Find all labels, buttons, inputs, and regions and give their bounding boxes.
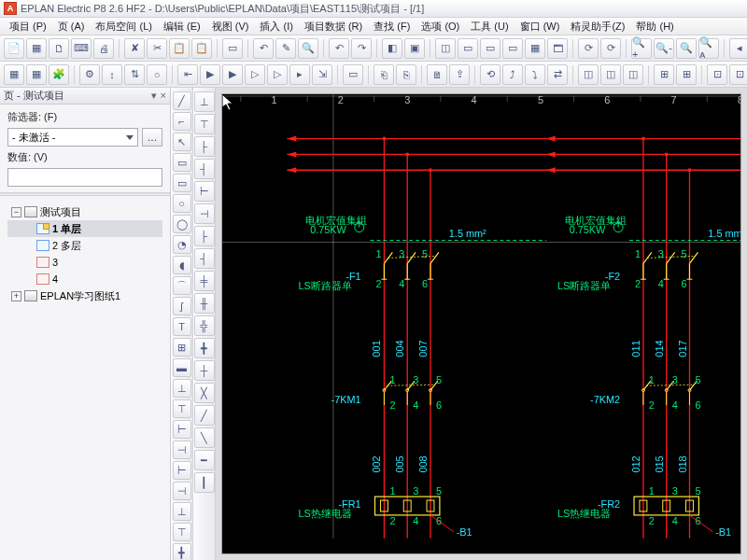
draw-tool-button[interactable]: ◖ [173,256,191,274]
expand-icon[interactable]: + [11,291,21,301]
toolbar-button[interactable]: 🖨 [93,38,114,59]
symbol-tool-button[interactable]: ╬ [194,315,215,336]
toolbar-button[interactable]: 🧩 [49,64,69,85]
toolbar-button[interactable]: ▭ [222,38,243,59]
toolbar-button[interactable]: ▶ [200,64,220,85]
toolbar-button[interactable]: ▸ [289,64,310,85]
toolbar-button[interactable]: ▷ [267,64,288,85]
draw-tool-button[interactable]: ▬ [173,358,191,377]
toolbar-button[interactable]: 🗋 [49,38,69,59]
toolbar-button[interactable]: ◫ [435,38,456,59]
toolbar-button[interactable]: ▷ [245,64,265,85]
toolbar-button[interactable]: ✘ [124,38,145,59]
panel-pin-icon[interactable]: ▾ [151,90,157,102]
draw-tool-button[interactable]: ⊤ [173,399,191,418]
toolbar-button[interactable]: ○ [147,64,167,85]
draw-tool-button[interactable]: ∫ [173,297,191,315]
menu-layout[interactable]: 布局空间 (L) [90,18,158,35]
draw-tool-button[interactable]: ⊥ [173,379,191,398]
filter-browse-button[interactable]: … [142,128,162,147]
toolbar-button[interactable]: ⎘ [396,64,416,85]
toolbar-button[interactable]: ↶ [253,38,274,59]
toolbar-button[interactable]: ⌨ [71,38,92,59]
toolbar-button[interactable]: ◫ [623,64,643,85]
menu-insert[interactable]: 插入 (I) [254,18,298,35]
toolbar-button[interactable]: ⊡ [707,64,727,85]
draw-tool-button[interactable]: T [173,317,191,336]
toolbar-button[interactable]: ⟳ [578,38,599,59]
toolbar-button[interactable]: ⤵ [525,64,545,85]
menu-projdata[interactable]: 项目数据 (R) [299,18,368,35]
tree-page-row[interactable]: 1 单层 [7,220,162,237]
draw-tool-button[interactable]: ⊤ [173,523,191,541]
menu-view[interactable]: 视图 (V) [206,18,255,35]
toolbar-button[interactable]: ▣ [404,38,425,59]
tree-page-row[interactable]: 3 [7,254,162,271]
symbol-tool-button[interactable]: ╋ [194,338,215,358]
toolbar-button[interactable]: 📋 [169,38,190,59]
toolbar-button[interactable]: ⎗ [374,64,394,85]
collapse-icon[interactable]: − [11,207,21,217]
toolbar-button[interactable]: ▭ [458,38,478,59]
menu-project[interactable]: 项目 (P) [4,18,52,35]
symbol-tool-button[interactable]: ├ [194,136,215,157]
value-input[interactable] [7,168,162,187]
draw-tool-button[interactable]: ⊥ [173,502,191,521]
toolbar-button[interactable]: ⇅ [124,64,145,85]
page-tree[interactable]: − 测试项目 1 单层 2 多层 3 [7,202,162,306]
menu-window[interactable]: 窗口 (W) [514,18,566,35]
toolbar-button[interactable]: 🔍+ [631,38,652,59]
toolbar-button[interactable]: ⊞ [676,64,697,85]
draw-tool-button[interactable]: ⊣ [173,482,191,500]
symbol-tool-button[interactable]: ⊣ [194,203,215,224]
toolbar-button[interactable]: 🔍 [676,38,697,59]
menu-page[interactable]: 页 (A) [52,18,91,35]
toolbar-button[interactable]: ▦ [525,38,545,59]
draw-tool-button[interactable]: ⊞ [173,338,191,357]
symbol-tool-button[interactable]: ━ [194,450,215,470]
draw-tool-button[interactable]: ◯ [173,215,191,233]
tree-page-row[interactable]: 2 多层 [7,237,162,254]
draw-tool-button[interactable]: ╱ [173,91,191,110]
toolbar-button[interactable]: ↶ [329,38,349,59]
toolbar-button[interactable]: ◧ [382,38,402,59]
draw-tool-button[interactable]: ◔ [173,235,191,254]
draw-tool-button[interactable]: ╋ [173,543,191,560]
toolbar-button[interactable]: ▦ [26,38,47,59]
toolbar-button[interactable]: 🔍ᴀ [698,38,719,59]
draw-tool-button[interactable]: ⊢ [173,461,191,480]
toolbar-button[interactable]: 📄 [4,38,24,59]
draw-tool-button[interactable]: ⊣ [173,441,191,459]
toolbar-button[interactable]: ⟳ [600,38,621,59]
draw-tool-button[interactable]: ⊢ [173,420,191,439]
draw-tool-button[interactable]: ▭ [173,174,191,192]
toolbar-button[interactable]: ⊞ [654,64,674,85]
toolbar-button[interactable]: ◫ [600,64,621,85]
menu-help[interactable]: 帮助 (H) [630,18,679,35]
toolbar-button[interactable]: ▭ [480,38,500,59]
toolbar-button[interactable]: ⤴ [502,64,523,85]
toolbar-button[interactable]: ▦ [26,64,47,85]
toolbar-button[interactable]: 🔍 [298,38,318,59]
symbol-tool-button[interactable]: ⊥ [194,91,215,112]
symbol-tool-button[interactable]: ├ [194,226,215,246]
symbol-tool-button[interactable]: ╫ [194,293,215,314]
toolbar-button[interactable]: ⊡ [729,64,747,85]
symbol-tool-button[interactable]: ╲ [194,427,215,448]
draw-tool-button[interactable]: ⌒ [173,276,191,295]
toolbar-button[interactable]: ✂ [147,38,167,59]
filter-combo[interactable]: - 未激活 - [7,128,138,147]
tree-project-row[interactable]: + EPLAN学习图纸1 [7,287,162,304]
draw-tool-button[interactable]: ○ [173,194,191,213]
draw-tool-button[interactable]: ▭ [173,153,191,172]
toolbar-button[interactable]: ▭ [502,38,523,59]
symbol-tool-button[interactable]: ╪ [194,271,215,291]
toolbar-button[interactable]: 🔍- [654,38,674,59]
symbol-tool-button[interactable]: ┤ [194,159,215,179]
menu-wizard[interactable]: 精灵助手(Z) [565,18,630,35]
panel-close-icon[interactable]: × [161,90,166,102]
toolbar-button[interactable]: ↕ [102,64,122,85]
toolbar-button[interactable]: 🗔 [547,38,568,59]
symbol-tool-button[interactable]: ⊤ [194,114,215,134]
toolbar-button[interactable]: ⚙ [79,64,100,85]
